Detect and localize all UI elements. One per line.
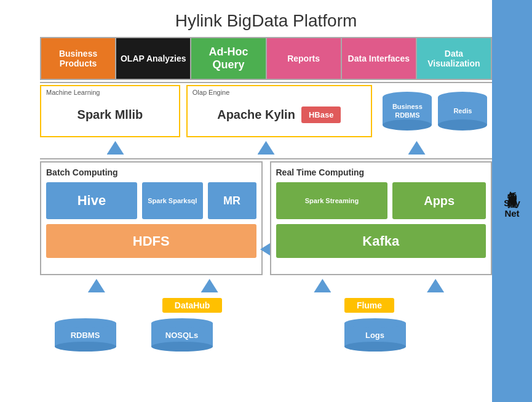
arrow-up-bottom-3: [314, 279, 331, 292]
hdfs-kafka-arrow: [260, 243, 270, 255]
main-container: Hylink BigData Platform Business Product…: [0, 0, 532, 402]
computing-row: Batch Computing Hive Spark Sparksql MR H…: [40, 161, 492, 275]
hive-box: Hive: [46, 182, 137, 219]
box-data-visualization: Data Visualization: [417, 38, 491, 79]
box-business-products: Business Products: [41, 38, 116, 79]
arrows-up-bottom: [40, 278, 492, 294]
batch-inner-row: Hive Spark Sparksql MR: [46, 182, 256, 219]
box-data-interfaces: Data Interfaces: [342, 38, 417, 79]
middle-section: Machine Learning Spark Mllib Olap Engine…: [40, 85, 492, 137]
hub-row: DataHub Flume: [40, 296, 492, 315]
realtime-computing-section: Real Time Computing Spark Streaming Apps…: [270, 161, 493, 275]
arrow-up-1: [107, 141, 124, 155]
divider-2: [40, 158, 492, 159]
arrow-up-2: [258, 141, 275, 155]
batch-computing-section: Batch Computing Hive Spark Sparksql MR H…: [40, 161, 263, 275]
divider-1: [40, 82, 492, 83]
arrow-up-3: [408, 141, 426, 155]
top-row: Business Products OLAP Analyzies Ad-Hoc …: [40, 37, 492, 80]
datahub-box: DataHub: [162, 298, 223, 313]
apps-box: Apps: [392, 182, 486, 219]
flume-box: Flume: [344, 298, 394, 313]
spark-sparksql-box: Spark Sparksql: [142, 182, 203, 219]
sources-row: RDBMS NOSQLs Logs: [40, 318, 492, 352]
arrow-up-bottom-4: [427, 279, 444, 292]
business-rdbms-cylinder: Business RDBMS: [383, 92, 432, 131]
hdfs-box: HDFS: [46, 224, 256, 258]
arrow-up-bottom-2: [201, 279, 218, 292]
box-adhoc: Ad-Hoc Query: [191, 38, 266, 79]
rt-inner-row: Spark Streaming Apps: [276, 182, 486, 219]
arrow-up-bottom-1: [88, 279, 105, 292]
kafka-box: Kafka: [276, 224, 486, 258]
rdbms-cylinder: RDBMS: [55, 318, 116, 352]
arrows-up-row: [40, 140, 492, 156]
spark-streaming-box: Spark Streaming: [276, 182, 388, 219]
box-olap: OLAP Analyzies: [116, 38, 191, 79]
page-title: Hylink BigData Platform: [0, 0, 532, 37]
hbase-box: HBase: [301, 107, 341, 123]
box-reports: Reports: [267, 38, 342, 79]
right-panel: 任务调度与监控 SkyNet: [492, 0, 532, 402]
redis-cylinder: Redis: [438, 92, 487, 131]
right-cylinders: Business RDBMS Redis: [378, 85, 492, 137]
nosqls-cylinder: NOSQLs: [151, 318, 213, 352]
apache-kylin-box: Olap Engine Apache Kylin HBase: [186, 85, 372, 137]
spark-mllib-box: Machine Learning Spark Mllib: [40, 85, 180, 137]
skynet-label: SkyNet: [504, 198, 520, 219]
mr-box: MR: [208, 182, 256, 219]
logs-cylinder: Logs: [344, 318, 406, 352]
